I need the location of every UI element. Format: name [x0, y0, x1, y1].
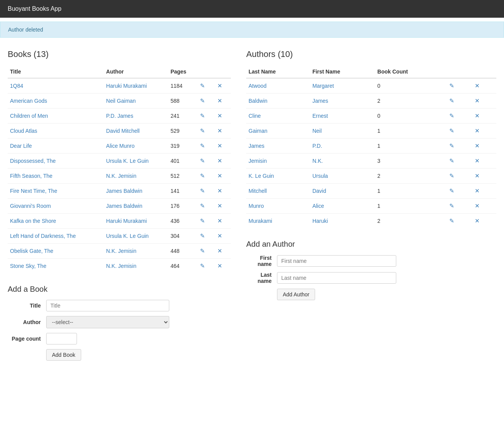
author-first-name-link[interactable]: Haruki [312, 218, 328, 224]
edit-book-button[interactable]: ✎ [199, 142, 207, 150]
edit-author-button[interactable]: ✎ [448, 172, 456, 180]
edit-author-button[interactable]: ✎ [448, 157, 456, 165]
author-first-name-link[interactable]: Margaret [312, 83, 334, 89]
book-author-link[interactable]: James Baldwin [106, 188, 142, 194]
book-author-link[interactable]: David Mitchell [106, 128, 140, 134]
edit-author-button[interactable]: ✎ [448, 202, 456, 210]
book-author-link[interactable]: James Baldwin [106, 203, 142, 209]
edit-book-button[interactable]: ✎ [199, 262, 207, 270]
edit-book-button[interactable]: ✎ [199, 82, 207, 90]
delete-author-button[interactable]: ✕ [473, 217, 481, 225]
author-last-name-link[interactable]: K. Le Guin [249, 173, 274, 179]
book-title-link[interactable]: 1Q84 [10, 83, 23, 89]
add-book-button[interactable]: Add Book [46, 349, 81, 361]
book-title-link[interactable]: Stone Sky, The [10, 263, 46, 269]
author-first-name-link[interactable]: Ernest [312, 113, 328, 119]
book-author-link[interactable]: Haruki Murakami [106, 83, 147, 89]
book-title-link[interactable]: Dear Life [10, 143, 32, 149]
delete-book-button[interactable]: ✕ [216, 262, 224, 270]
book-title-link[interactable]: Cloud Atlas [10, 128, 37, 134]
edit-author-button[interactable]: ✎ [448, 82, 456, 90]
author-first-name-link[interactable]: P.D. [312, 143, 322, 149]
book-title-link[interactable]: Dispossessed, The [10, 158, 56, 164]
book-title-link[interactable]: Fifth Season, The [10, 173, 52, 179]
delete-book-button[interactable]: ✕ [216, 232, 224, 240]
author-first-name-link[interactable]: James [312, 98, 328, 104]
edit-book-button[interactable]: ✎ [199, 217, 207, 225]
book-author-link[interactable]: N.K. Jemisin [106, 263, 137, 269]
delete-book-button[interactable]: ✕ [216, 172, 224, 180]
author-last-name-link[interactable]: James [249, 143, 264, 149]
edit-author-button[interactable]: ✎ [448, 127, 456, 135]
edit-book-button[interactable]: ✎ [199, 157, 207, 165]
delete-author-button[interactable]: ✕ [473, 82, 481, 90]
delete-author-button[interactable]: ✕ [473, 142, 481, 150]
edit-book-button[interactable]: ✎ [199, 112, 207, 120]
delete-book-button[interactable]: ✕ [216, 82, 224, 90]
delete-book-button[interactable]: ✕ [216, 187, 224, 195]
book-title-link[interactable]: Obelisk Gate, The [10, 248, 53, 254]
delete-author-button[interactable]: ✕ [473, 157, 481, 165]
delete-book-button[interactable]: ✕ [216, 202, 224, 210]
book-author-link[interactable]: Ursula K. Le Guin [106, 233, 149, 239]
book-author-link[interactable]: Alice Munro [106, 143, 135, 149]
book-title-link[interactable]: Giovanni's Room [10, 203, 51, 209]
author-last-name-link[interactable]: Jemisin [249, 158, 267, 164]
book-author-link[interactable]: N.K. Jemisin [106, 248, 137, 254]
delete-book-button[interactable]: ✕ [216, 97, 224, 105]
author-last-name-link[interactable]: Cline [249, 113, 261, 119]
book-author-link[interactable]: Neil Gaiman [106, 98, 136, 104]
edit-author-button[interactable]: ✎ [448, 187, 456, 195]
delete-book-button[interactable]: ✕ [216, 157, 224, 165]
delete-book-button[interactable]: ✕ [216, 112, 224, 120]
author-first-name-link[interactable]: N.K. [312, 158, 323, 164]
edit-book-button[interactable]: ✎ [199, 187, 207, 195]
author-last-name-link[interactable]: Mitchell [249, 188, 267, 194]
author-firstname-input[interactable] [277, 255, 396, 267]
book-title-link[interactable]: Children of Men [10, 113, 48, 119]
delete-author-button[interactable]: ✕ [473, 172, 481, 180]
book-title-link[interactable]: American Gods [10, 98, 47, 104]
edit-book-button[interactable]: ✎ [199, 247, 207, 255]
book-title-link[interactable]: Kafka on the Shore [10, 218, 56, 224]
book-author-link[interactable]: N.K. Jemisin [106, 173, 137, 179]
delete-book-button[interactable]: ✕ [216, 247, 224, 255]
edit-author-button[interactable]: ✎ [448, 142, 456, 150]
delete-author-button[interactable]: ✕ [473, 202, 481, 210]
author-first-name-link[interactable]: Neil [312, 128, 322, 134]
delete-author-button[interactable]: ✕ [473, 127, 481, 135]
book-author-link[interactable]: Ursula K. Le Guin [106, 158, 149, 164]
delete-author-button[interactable]: ✕ [473, 187, 481, 195]
edit-book-button[interactable]: ✎ [199, 172, 207, 180]
book-title-link[interactable]: Fire Next Time, The [10, 188, 57, 194]
author-lastname-input[interactable] [277, 272, 396, 284]
edit-book-button[interactable]: ✎ [199, 232, 207, 240]
edit-author-button[interactable]: ✎ [448, 217, 456, 225]
book-author-select[interactable]: --select--Atwood, MargaretBaldwin, James… [46, 316, 169, 328]
book-author-link[interactable]: Haruki Murakami [106, 218, 147, 224]
author-last-name-link[interactable]: Gaiman [249, 128, 267, 134]
delete-book-button[interactable]: ✕ [216, 217, 224, 225]
delete-book-button[interactable]: ✕ [216, 142, 224, 150]
author-first-name-link[interactable]: Ursula [312, 173, 328, 179]
delete-author-button[interactable]: ✕ [473, 97, 481, 105]
author-last-name-link[interactable]: Atwood [249, 83, 267, 89]
book-title-input[interactable] [46, 300, 169, 311]
book-pages: 401 [168, 154, 196, 169]
author-last-name-link[interactable]: Murakami [249, 218, 272, 224]
edit-book-button[interactable]: ✎ [199, 127, 207, 135]
delete-author-button[interactable]: ✕ [473, 112, 481, 120]
edit-author-button[interactable]: ✎ [448, 112, 456, 120]
author-first-name-link[interactable]: Alice [312, 203, 324, 209]
add-author-button[interactable]: Add Author [277, 289, 315, 300]
book-title-link[interactable]: Left Hand of Darkness, The [10, 233, 76, 239]
book-pages-input[interactable] [46, 333, 77, 344]
author-first-name-link[interactable]: David [312, 188, 326, 194]
edit-book-button[interactable]: ✎ [199, 97, 207, 105]
delete-book-button[interactable]: ✕ [216, 127, 224, 135]
author-last-name-link[interactable]: Munro [249, 203, 264, 209]
book-author-link[interactable]: P.D. James [106, 113, 134, 119]
edit-author-button[interactable]: ✎ [448, 97, 456, 105]
edit-book-button[interactable]: ✎ [199, 202, 207, 210]
author-last-name-link[interactable]: Baldwin [249, 98, 267, 104]
